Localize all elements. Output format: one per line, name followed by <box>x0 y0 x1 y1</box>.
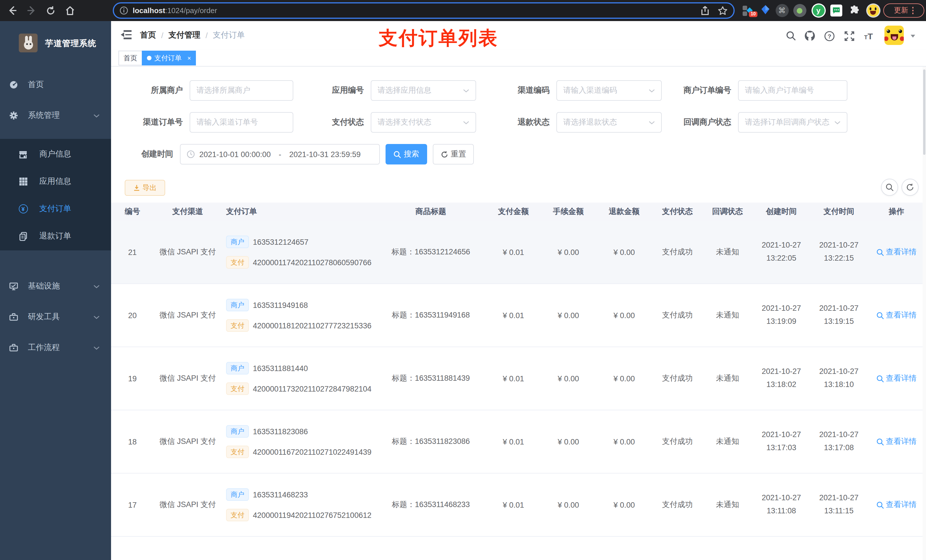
chevron-down-icon <box>94 113 100 118</box>
browser-menu-icon[interactable] <box>912 7 914 14</box>
view-detail-link[interactable]: 查看详情 <box>876 373 917 383</box>
sidebar-item-app-info[interactable]: 应用信息 <box>0 168 111 195</box>
created-time: 2021-10-2713:11:08 <box>752 492 810 518</box>
channel-order-no-input[interactable]: 请输入渠道订单号 <box>190 112 293 133</box>
notify-status-select[interactable]: 请选择订单回调商户状态 <box>738 112 847 133</box>
date-end[interactable]: 2021-10-31 23:59:59 <box>289 150 361 158</box>
export-button[interactable]: 导出 <box>125 180 165 196</box>
header-search-button[interactable] <box>785 30 797 42</box>
filter-label: 渠道订单号 <box>111 117 190 127</box>
sidebar-toggle-button[interactable] <box>121 30 132 40</box>
sidebar-item-dev-tools[interactable]: 研发工具 <box>0 303 111 331</box>
search-button[interactable]: 搜索 <box>386 144 427 165</box>
browser-back-button[interactable] <box>5 3 20 18</box>
pinned-extension-button[interactable]: ◆ 10 <box>740 0 756 21</box>
chat-extension-button[interactable] <box>829 0 843 21</box>
screen: localhost:1024/pay/order ◆ 10 ⌘ y <box>0 0 926 560</box>
order-numbers: 商户1635311468233 支付4200001194202110276752… <box>221 488 375 521</box>
command-extension-button[interactable]: ⌘ <box>775 0 789 21</box>
pay-tag: 支付 <box>226 256 249 269</box>
star-icon[interactable] <box>717 5 728 16</box>
caret-down-icon[interactable] <box>911 35 915 38</box>
sidebar-item-home[interactable]: 首页 <box>0 71 111 98</box>
merchant-input[interactable]: 请选择所属商户 <box>190 80 293 101</box>
fullscreen-icon <box>844 30 855 41</box>
info-icon[interactable] <box>120 6 128 15</box>
forward-icon <box>26 6 36 15</box>
sidebar-item-refund-order[interactable]: 退款订单 <box>0 222 111 250</box>
view-detail-link[interactable]: 查看详情 <box>876 436 917 447</box>
toggle-search-button[interactable] <box>881 179 898 196</box>
github-icon <box>804 30 816 42</box>
scrollbar-track[interactable] <box>923 66 926 560</box>
product-title: 标题：1635311468233 <box>375 500 486 510</box>
col-header-channel: 支付渠道 <box>154 207 221 217</box>
dashboard-icon <box>9 80 18 89</box>
sidebar-item-system[interactable]: 系统管理 <box>0 102 111 129</box>
scrollbar-thumb[interactable] <box>923 69 925 155</box>
view-detail-link[interactable]: 查看详情 <box>876 310 917 320</box>
merchant-tag: 商户 <box>226 425 249 438</box>
reset-button[interactable]: 重置 <box>433 144 474 165</box>
channel-code-select[interactable]: 请输入渠道编码 <box>557 80 662 101</box>
sidebar-item-merchant-info[interactable]: 商户信息 <box>0 140 111 168</box>
app-logo-row[interactable]: 芋道管理系统 <box>0 21 111 71</box>
breadcrumb-home[interactable]: 首页 <box>140 30 156 41</box>
sidebar-item-workflow[interactable]: 工作流程 <box>0 334 111 361</box>
sidebar-item-infrastructure[interactable]: 基础设施 <box>0 273 111 300</box>
recorder-extension-button[interactable] <box>792 0 807 21</box>
refund-status-select[interactable]: 请选择退款状态 <box>557 112 662 133</box>
pay-amount: ¥ 0.01 <box>486 501 540 509</box>
breadcrumb: 首页 / 支付管理 / 支付订单 <box>140 30 245 41</box>
sidebar-item-pay-order[interactable]: ¥ 支付订单 <box>0 195 111 222</box>
help-button[interactable]: ? <box>823 30 835 42</box>
kite-extension-button[interactable] <box>758 0 773 21</box>
filter-row-2: 渠道订单号 请输入渠道订单号 支付状态 请选择支付状态 退款状态 请选择退款状态… <box>111 112 847 133</box>
monitor-icon <box>9 282 18 291</box>
browser-home-button[interactable] <box>63 3 77 18</box>
create-time-range-input[interactable]: 2021-10-01 00:00:00 - 2021-10-31 23:59:5… <box>180 144 380 165</box>
share-icon[interactable] <box>701 6 710 15</box>
fullscreen-button[interactable] <box>843 30 855 42</box>
table-row: 21 微信 JSAPI 支付 商户1635312124657 支付4200001… <box>111 221 925 284</box>
refund-doc-icon <box>18 231 28 241</box>
pay-channel: 微信 JSAPI 支付 <box>154 500 221 510</box>
browser-update-button[interactable]: 更新 <box>883 3 924 18</box>
font-size-button[interactable]: TT <box>863 30 874 42</box>
refresh-table-button[interactable] <box>902 179 918 196</box>
app-logo <box>19 33 38 52</box>
pay-status: 支付成功 <box>652 500 703 510</box>
page-content: 所属商户 请选择所属商户 应用编号 请选择应用信息 渠道编码 请输入渠道编码 商… <box>111 66 926 560</box>
tag-home[interactable]: 首页 <box>118 51 142 65</box>
merchant-order-no-input[interactable]: 请输入商户订单编号 <box>738 80 847 101</box>
extensions-menu-button[interactable] <box>846 0 862 21</box>
view-detail-link[interactable]: 查看详情 <box>876 247 917 257</box>
url-bar[interactable]: localhost:1024/pay/order <box>113 2 735 19</box>
yudao-extension-button[interactable]: y <box>810 0 826 21</box>
filter-label: 应用编号 <box>293 85 371 96</box>
view-detail-link[interactable]: 查看详情 <box>876 500 917 510</box>
breadcrumb-current: 支付订单 <box>213 30 245 41</box>
user-avatar[interactable] <box>884 26 904 45</box>
close-icon[interactable]: × <box>188 54 191 62</box>
col-header-paid: 支付时间 <box>810 207 867 217</box>
browser-forward-button[interactable] <box>24 3 39 18</box>
breadcrumb-payment[interactable]: 支付管理 <box>169 30 200 41</box>
browser-reload-button[interactable] <box>43 3 58 18</box>
pay-channel: 微信 JSAPI 支付 <box>154 436 221 447</box>
app-id-select[interactable]: 请选择应用信息 <box>371 80 476 101</box>
pay-status-select[interactable]: 请选择支付状态 <box>371 112 476 133</box>
command-icon: ⌘ <box>775 4 788 17</box>
filter-label: 商户订单编号 <box>662 85 738 96</box>
pay-tag: 支付 <box>226 509 249 521</box>
sidebar-item-label: 首页 <box>28 80 44 90</box>
store-icon <box>18 149 28 159</box>
sidebar-item-label: 系统管理 <box>28 110 60 121</box>
tag-pay-order[interactable]: 支付订单 × <box>142 51 196 65</box>
rabbit-logo-image <box>22 36 35 50</box>
browser-profile-avatar[interactable] <box>864 0 882 21</box>
puzzle-icon <box>849 5 859 16</box>
col-header-id: 编号 <box>111 207 154 217</box>
github-link-button[interactable] <box>804 30 816 42</box>
date-start[interactable]: 2021-10-01 00:00:00 <box>199 150 271 158</box>
